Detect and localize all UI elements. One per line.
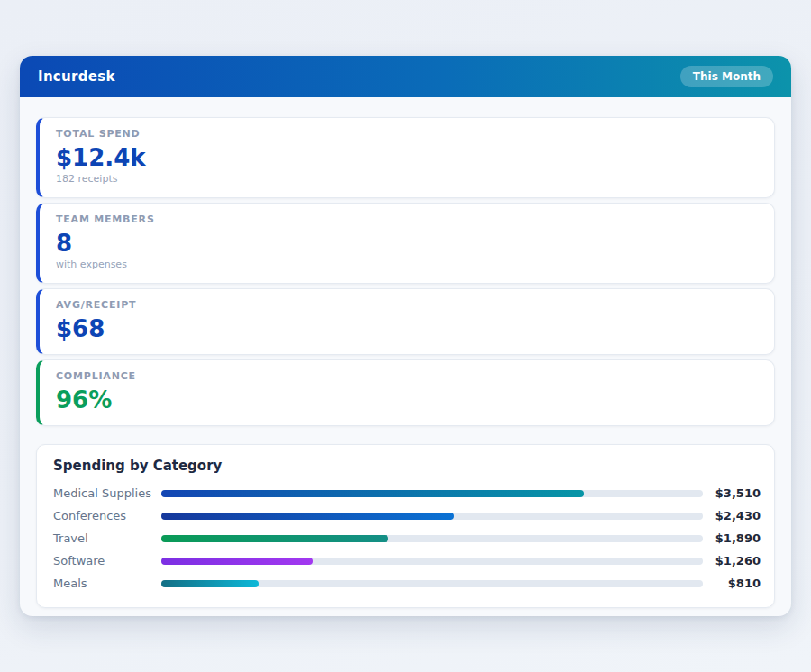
app-title: Incurdesk — [38, 68, 115, 85]
category-label: Medical Supplies — [53, 486, 161, 500]
category-rows: Medical Supplies$3,510Conferences$2,430T… — [53, 482, 761, 595]
stat-subtext: with expenses — [56, 259, 758, 271]
category-bar-track — [161, 558, 703, 565]
spending-by-category-panel: Spending by Category Medical Supplies$3,… — [36, 444, 775, 608]
stat-card-compliance: COMPLIANCE96% — [36, 359, 775, 426]
category-label: Conferences — [53, 509, 161, 522]
category-bar-track — [161, 580, 703, 587]
stat-label: TOTAL SPEND — [56, 128, 758, 141]
category-value: $1,260 — [703, 554, 761, 568]
stat-value: 96% — [56, 386, 758, 413]
stats-list: TOTAL SPEND$12.4k182 receiptsTEAM MEMBER… — [36, 117, 775, 426]
dashboard-container: Incurdesk This Month TOTAL SPEND$12.4k18… — [20, 56, 791, 616]
stat-label: COMPLIANCE — [56, 370, 758, 383]
category-bar-track — [161, 490, 703, 497]
category-row-software: Software$1,260 — [53, 549, 761, 572]
category-bar-track — [161, 535, 703, 542]
stat-label: TEAM MEMBERS — [56, 213, 758, 226]
stat-value: 8 — [56, 230, 758, 257]
category-bar-fill — [161, 490, 584, 497]
period-badge-button[interactable]: This Month — [680, 66, 773, 87]
category-label: Meals — [53, 577, 161, 590]
category-value: $2,430 — [703, 509, 761, 522]
category-bar-fill — [161, 580, 259, 587]
category-row-travel: Travel$1,890 — [53, 527, 761, 549]
category-label: Travel — [53, 531, 161, 545]
panel-title: Spending by Category — [53, 457, 761, 475]
category-row-conferences: Conferences$2,430 — [53, 504, 761, 527]
category-bar-fill — [161, 558, 313, 565]
category-bar-fill — [161, 513, 454, 520]
stat-subtext: 182 receipts — [56, 173, 758, 186]
stat-label: AVG/RECEIPT — [56, 299, 758, 312]
category-row-meals: Meals$810 — [53, 572, 761, 595]
category-value: $3,510 — [703, 486, 761, 500]
stat-card-team-members: TEAM MEMBERS8with expenses — [36, 203, 775, 284]
stat-card-avg-receipt: AVG/RECEIPT$68 — [36, 288, 775, 355]
dashboard-content: TOTAL SPEND$12.4k182 receiptsTEAM MEMBER… — [20, 97, 791, 616]
app-header: Incurdesk This Month — [20, 56, 791, 97]
category-label: Software — [53, 554, 161, 568]
stat-card-total-spend: TOTAL SPEND$12.4k182 receipts — [36, 117, 775, 198]
category-bar-fill — [161, 535, 388, 542]
category-row-medical-supplies: Medical Supplies$3,510 — [53, 482, 761, 504]
category-value: $810 — [703, 577, 761, 590]
stat-value: $68 — [56, 315, 758, 342]
category-value: $1,890 — [703, 531, 761, 545]
stat-value: $12.4k — [56, 144, 758, 171]
category-bar-track — [161, 513, 703, 520]
